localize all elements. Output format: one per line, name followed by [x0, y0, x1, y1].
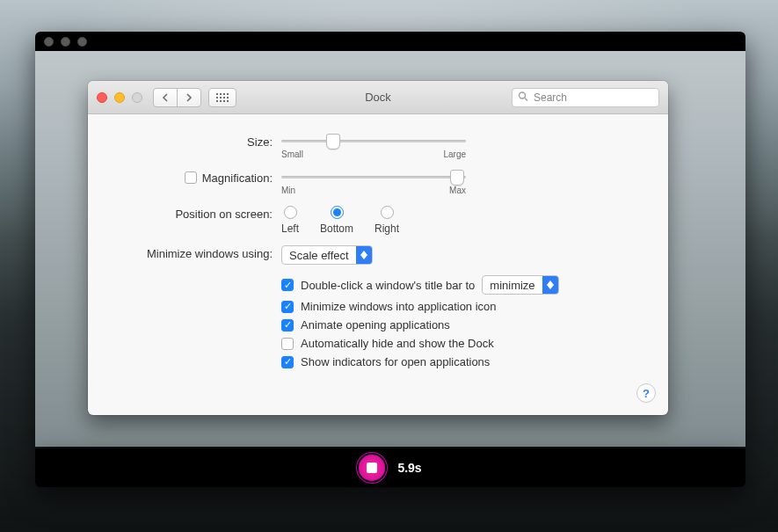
position-bottom-label: Bottom: [320, 222, 353, 235]
svg-rect-2: [223, 93, 225, 95]
close-icon[interactable]: [97, 92, 107, 103]
recording-bar: 5.9s: [35, 448, 745, 487]
traffic-lights: [97, 92, 142, 103]
nav-back-forward: [153, 88, 201, 107]
minimize-effect-value: Scale effect: [289, 249, 349, 262]
forward-button[interactable]: [177, 88, 201, 107]
indicators-checkbox[interactable]: [281, 356, 294, 368]
minimize-using-label: Minimize windows using:: [105, 245, 281, 261]
prefs-body: Size: Small Large M: [88, 114, 668, 383]
animate-opening-checkbox[interactable]: [281, 319, 294, 332]
minimize-into-icon-checkbox[interactable]: [281, 301, 294, 313]
outer-window-titlebar: [35, 32, 745, 51]
chevron-left-icon: [162, 93, 169, 102]
search-field-wrap: Search: [512, 88, 659, 107]
chevron-right-icon: [185, 93, 193, 102]
zoom-icon[interactable]: [132, 92, 142, 103]
show-all-button[interactable]: [208, 88, 236, 107]
svg-rect-11: [227, 100, 229, 102]
size-min-label: Small: [281, 149, 303, 159]
size-slider-thumb[interactable]: [326, 134, 340, 149]
double-click-checkbox[interactable]: [281, 279, 294, 291]
svg-rect-9: [220, 100, 222, 102]
minimize-icon[interactable]: [114, 92, 125, 103]
autohide-label: Automatically hide and show the Dock: [301, 337, 494, 350]
updown-arrows-icon: [542, 276, 558, 294]
svg-rect-7: [227, 97, 229, 98]
svg-rect-4: [216, 97, 218, 98]
position-label: Position on screen:: [105, 206, 281, 222]
svg-rect-6: [223, 97, 225, 98]
zoom-icon[interactable]: [77, 37, 87, 47]
mag-max-label: Max: [449, 186, 466, 195]
svg-rect-0: [216, 93, 218, 95]
magnification-label: Magnification:: [202, 171, 273, 185]
double-click-action-popup[interactable]: minimize: [482, 275, 558, 295]
prefs-toolbar: Dock Search: [88, 81, 668, 114]
updown-arrows-icon: [356, 246, 372, 264]
minimize-icon[interactable]: [61, 37, 70, 47]
animate-opening-label: Animate opening applications: [301, 318, 450, 332]
autohide-checkbox[interactable]: [281, 338, 294, 350]
double-click-action-value: minimize: [490, 279, 534, 292]
dock-preferences-window: Dock Search Size:: [88, 81, 668, 415]
minimize-into-icon-label: Minimize windows into application icon: [301, 300, 497, 313]
magnification-slider[interactable]: [281, 176, 466, 179]
svg-rect-10: [223, 100, 225, 102]
mag-min-label: Min: [281, 186, 295, 195]
magnification-checkbox[interactable]: [185, 171, 197, 184]
svg-rect-3: [227, 93, 229, 95]
size-slider[interactable]: [281, 140, 466, 142]
svg-point-12: [520, 92, 526, 98]
double-click-label: Double-click a window's title bar to: [301, 279, 475, 292]
svg-line-13: [525, 98, 527, 100]
grid-icon: [216, 93, 229, 102]
indicators-label: Show indicators for open applications: [301, 355, 490, 368]
position-left-radio[interactable]: [284, 206, 297, 219]
back-button[interactable]: [153, 88, 178, 107]
position-bottom-radio[interactable]: [331, 206, 344, 219]
screen-recording-window: Dock Search Size:: [35, 32, 745, 447]
recording-time: 5.9s: [397, 461, 421, 475]
stop-recording-button[interactable]: [359, 455, 385, 481]
size-label: Size:: [105, 134, 281, 149]
position-right-label: Right: [374, 222, 399, 235]
search-icon: [518, 91, 528, 104]
outer-window-content: Dock Search Size:: [35, 51, 745, 447]
size-max-label: Large: [443, 149, 466, 159]
help-button[interactable]: ?: [636, 383, 656, 403]
svg-rect-8: [216, 100, 218, 102]
minimize-effect-popup[interactable]: Scale effect: [281, 245, 373, 265]
position-right-radio[interactable]: [381, 206, 394, 219]
magnification-slider-thumb[interactable]: [450, 170, 464, 186]
svg-rect-1: [220, 93, 222, 95]
position-left-label: Left: [281, 222, 299, 235]
close-icon[interactable]: [44, 37, 54, 47]
search-input[interactable]: Search: [512, 88, 659, 107]
svg-rect-5: [220, 97, 222, 98]
